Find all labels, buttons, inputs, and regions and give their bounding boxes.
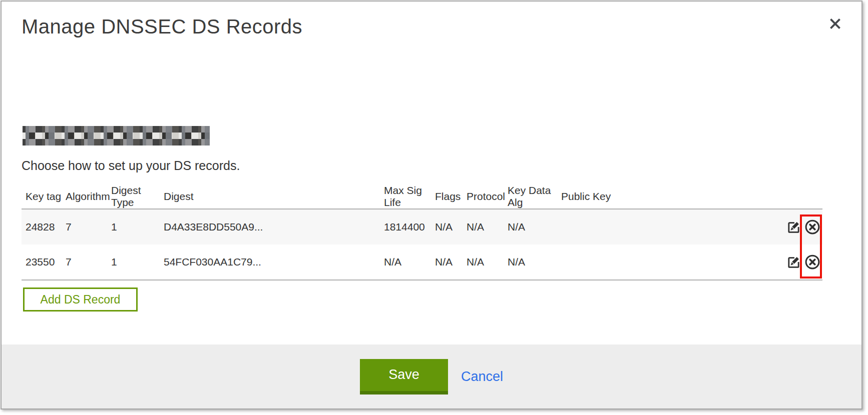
column-header-key-data-alg: Key Data Alg [504, 184, 557, 209]
cell-max-sig-life: 1814400 [380, 209, 431, 244]
column-header-max-sig-life: Max Sig Life [380, 184, 431, 209]
cell-actions [765, 244, 822, 280]
cell-algorithm: 7 [62, 244, 107, 280]
delete-record-button[interactable] [805, 254, 820, 270]
column-header-protocol: Protocol [463, 184, 504, 209]
cell-key-data-alg: N/A [504, 209, 557, 244]
column-header-key-tag: Key tag [22, 184, 62, 209]
delete-circled-x-icon [805, 264, 820, 271]
column-header-digest-type: Digest Type [107, 184, 160, 209]
save-button[interactable]: Save [360, 359, 448, 394]
domain-name-redacted [23, 126, 210, 146]
close-icon [827, 16, 843, 32]
column-header-algorithm: Algorithm [62, 184, 107, 209]
cell-key-tag: 24828 [22, 209, 62, 244]
dialog-title: Manage DNSSEC DS Records [22, 16, 302, 38]
instructions-text: Choose how to set up your DS records. [22, 158, 240, 173]
cell-algorithm: 7 [62, 209, 107, 244]
cancel-link[interactable]: Cancel [461, 369, 503, 384]
cell-public-key [557, 209, 765, 244]
cell-max-sig-life: N/A [380, 244, 431, 280]
cell-flags: N/A [431, 209, 463, 244]
dialog-footer: Save Cancel [2, 344, 861, 408]
manage-dnssec-dialog: Manage DNSSEC DS Records Choose how to s… [1, 0, 862, 410]
cell-protocol: N/A [463, 244, 504, 280]
add-ds-record-button[interactable]: Add DS Record [23, 288, 138, 312]
edit-icon [787, 228, 800, 236]
table-header-row: Key tag Algorithm Digest Type Digest Max… [22, 184, 822, 209]
column-header-public-key: Public Key [557, 184, 765, 209]
cell-digest-type: 1 [107, 244, 160, 280]
table-row: 23550 7 1 54FCF030AA1C79... N/A N/A N/A … [22, 244, 822, 280]
column-header-digest: Digest [160, 184, 380, 209]
table-row: 24828 7 1 D4A33E8DD550A9... 1814400 N/A … [22, 209, 822, 244]
cell-key-data-alg: N/A [504, 244, 557, 280]
cell-digest-type: 1 [107, 209, 160, 244]
column-header-flags: Flags [431, 184, 463, 209]
column-header-actions [765, 184, 822, 209]
edit-record-button[interactable] [787, 220, 800, 234]
cell-public-key [557, 244, 765, 280]
close-button[interactable] [824, 12, 846, 34]
edit-icon [787, 263, 800, 270]
cell-digest: 54FCF030AA1C79... [160, 244, 380, 280]
cell-flags: N/A [431, 244, 463, 280]
cell-protocol: N/A [463, 209, 504, 244]
cell-actions [765, 209, 822, 244]
cell-digest: D4A33E8DD550A9... [160, 209, 380, 244]
ds-records-table: Key tag Algorithm Digest Type Digest Max… [22, 184, 822, 280]
delete-record-button[interactable] [805, 220, 820, 234]
cell-key-tag: 23550 [22, 244, 62, 280]
delete-circled-x-icon [805, 228, 820, 236]
edit-record-button[interactable] [787, 256, 800, 269]
